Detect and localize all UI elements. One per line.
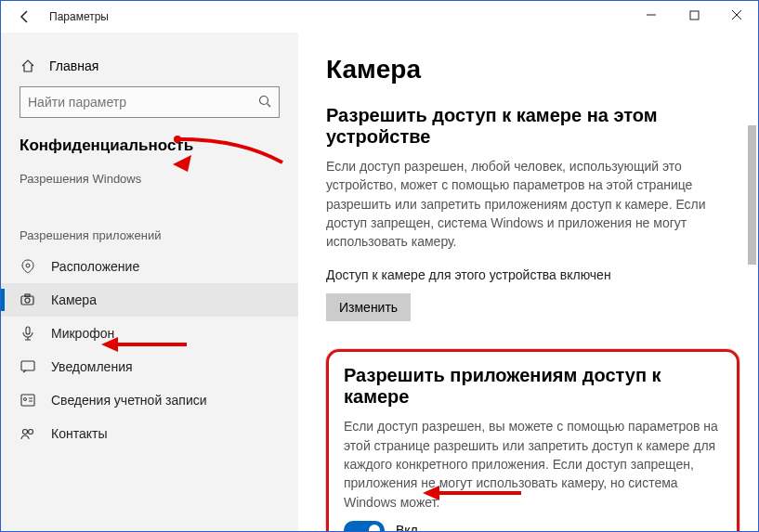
sidebar-item-label: Микрофон (51, 326, 114, 341)
home-label: Главная (49, 58, 98, 73)
group-windows-permissions: Разрешения Windows (1, 164, 298, 193)
change-button[interactable]: Изменить (326, 293, 411, 321)
device-access-status: Доступ к камере для этого устройства вкл… (326, 267, 739, 282)
account-icon (20, 394, 36, 407)
svg-point-14 (29, 430, 33, 435)
sidebar-item-location[interactable]: Расположение (1, 250, 298, 283)
home-icon (20, 58, 36, 73)
search-field[interactable] (28, 95, 258, 110)
section2-heading: Разрешить приложениям доступ к камере (344, 365, 722, 408)
svg-rect-7 (26, 327, 30, 334)
search-icon (258, 95, 271, 110)
svg-line-3 (268, 103, 271, 107)
location-icon (20, 259, 36, 274)
svg-point-2 (260, 96, 268, 104)
sidebar-item-label: Уведомления (51, 359, 133, 374)
back-button[interactable] (14, 6, 36, 28)
apps-access-section: Разрешить приложениям доступ к камере Ес… (326, 349, 739, 531)
titlebar: Параметры (1, 1, 758, 32)
minimize-button[interactable] (630, 1, 673, 29)
maximize-button[interactable] (673, 1, 715, 29)
sidebar-item-contacts[interactable]: Контакты (1, 417, 298, 450)
group-app-permissions: Разрешения приложений (1, 221, 298, 250)
sidebar-item-label: Камера (51, 292, 97, 307)
svg-point-5 (25, 298, 30, 303)
section2-description: Если доступ разрешен, вы можете с помощь… (344, 417, 722, 511)
svg-point-13 (23, 430, 28, 435)
category-title: Конфиденциальность (1, 133, 298, 164)
svg-rect-8 (21, 361, 34, 370)
page-title: Камера (326, 55, 739, 84)
sidebar-item-notifications[interactable]: Уведомления (1, 350, 298, 383)
section1-heading: Разрешить доступ к камере на этом устрой… (326, 105, 739, 148)
window-title: Параметры (49, 10, 109, 23)
sidebar-item-label: Сведения учетной записи (51, 393, 207, 408)
notifications-icon (20, 360, 36, 373)
scrollbar-thumb[interactable] (748, 125, 756, 265)
apps-access-toggle[interactable] (344, 521, 385, 531)
search-input[interactable] (20, 86, 280, 118)
sidebar-item-camera[interactable]: Камера (1, 283, 298, 317)
sidebar-item-label: Контакты (51, 426, 107, 441)
camera-icon (20, 293, 36, 306)
sidebar: Главная Конфиденциальность Разрешения Wi… (1, 32, 298, 531)
section1-description: Если доступ разрешен, любой человек, исп… (326, 157, 726, 251)
sidebar-item-account-info[interactable]: Сведения учетной записи (1, 383, 298, 417)
svg-rect-1 (690, 11, 699, 19)
window-controls (630, 1, 758, 29)
home-link[interactable]: Главная (1, 51, 298, 86)
svg-rect-4 (21, 296, 33, 305)
svg-rect-9 (21, 395, 34, 406)
microphone-icon (20, 326, 36, 341)
svg-rect-6 (25, 294, 30, 297)
sidebar-item-label: Расположение (51, 259, 139, 274)
svg-point-10 (24, 398, 27, 401)
toggle-label: Вкл. (396, 523, 422, 531)
contacts-icon (20, 427, 36, 440)
sidebar-item-microphone[interactable]: Микрофон (1, 317, 298, 350)
content-pane: Камера Разрешить доступ к камере на этом… (298, 32, 758, 531)
close-button[interactable] (715, 1, 758, 29)
